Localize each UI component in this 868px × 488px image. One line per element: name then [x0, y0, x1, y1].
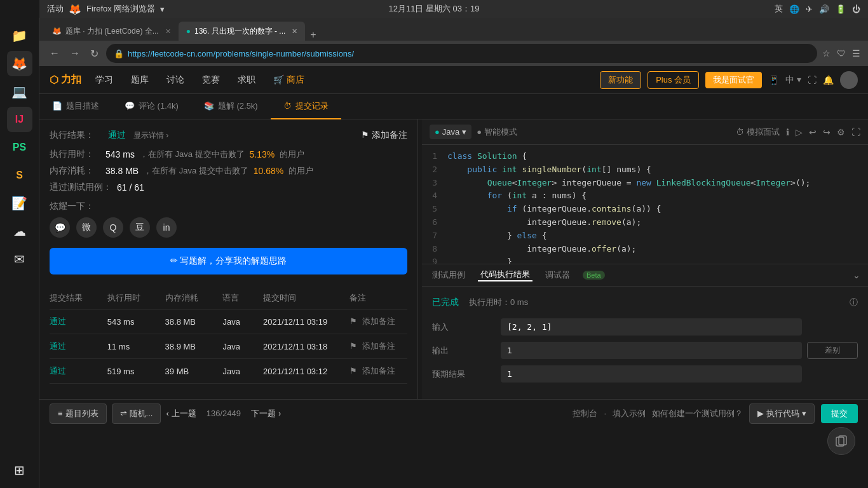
submit-button[interactable]: 提交 [821, 404, 858, 423]
undo-icon[interactable]: ↩ [809, 127, 817, 137]
new-feature-button[interactable]: 新功能 [600, 71, 641, 89]
run-icon[interactable]: ▷ [796, 127, 803, 137]
activities-label[interactable]: 活动 [47, 3, 64, 15]
random-label: 随机... [130, 408, 153, 419]
line-content-4: for (int a : nums) { [447, 189, 587, 203]
bookmark-icon[interactable]: ☆ [822, 48, 831, 58]
baidu-icon[interactable]: ☁ [7, 219, 32, 244]
debugger-tab[interactable]: 调试器 [543, 269, 573, 281]
expand-icon[interactable]: ⛶ [851, 127, 860, 137]
tab2-close-icon[interactable]: ✕ [292, 27, 297, 36]
language-select[interactable]: 中 ▾ [785, 74, 801, 86]
row1-result[interactable]: 通过 [50, 316, 107, 327]
qq-share-icon[interactable]: Q [103, 217, 123, 238]
expand-panel-icon[interactable]: ⌄ [853, 270, 860, 280]
smart-mode-toggle[interactable]: ● 智能模式 [477, 126, 517, 138]
test-cases-tab[interactable]: 测试用例 [430, 269, 468, 281]
refresh-button[interactable]: ↻ [88, 45, 101, 62]
line-num-3: 3 [422, 177, 447, 190]
nav-store[interactable]: 🛒 商店 [269, 74, 308, 86]
show-detail-link[interactable]: 显示详情 › [133, 130, 168, 141]
tab-description[interactable]: 📄 题目描述 [39, 94, 112, 119]
tab-single-number[interactable]: ● 136. 只出现一次的数字 - ... ✕ [179, 22, 306, 41]
row3-note[interactable]: ⚑ 添加备注 [349, 365, 407, 377]
editor-icon[interactable]: 📝 [7, 191, 32, 216]
nav-jobs[interactable]: 求职 [234, 74, 259, 86]
tab-solutions[interactable]: 📚 题解 (2.5k) [191, 94, 271, 119]
test-label: 通过测试用例： [50, 182, 112, 193]
bottom-navigation: ≡ 题目列表 ⇌ 随机... ‹ 上一题 136/2449 下一题 › 控制台 … [39, 399, 868, 427]
url-box[interactable]: 🔒 https://leetcode-cn.com/problems/singl… [106, 44, 817, 63]
how-to-link[interactable]: 如何创建一个测试用例？ [652, 408, 743, 419]
info-icon[interactable]: ℹ [786, 127, 789, 137]
linkedin-share-icon[interactable]: in [156, 217, 177, 238]
douban-share-icon[interactable]: 豆 [130, 217, 150, 238]
battery-icon: 🔋 [836, 4, 846, 14]
row2-result[interactable]: 通过 [50, 341, 107, 352]
pycharm-icon[interactable]: PS [7, 135, 32, 160]
write-solution-button[interactable]: ✏ 写题解，分享我的解题思路 [50, 248, 407, 274]
left-panel: 执行结果： 通过 显示详情 › ⚑ 添加备注 执行用时： 543 ms ，在所有… [39, 119, 418, 399]
code-line-9: 9 } [422, 255, 868, 264]
sublime-icon[interactable]: S [7, 163, 32, 188]
mem-label: 内存消耗： [50, 165, 100, 177]
row1-note[interactable]: ⚑ 添加备注 [349, 316, 407, 327]
nav-discuss[interactable]: 讨论 [163, 74, 188, 86]
time-pct: 5.13% [250, 149, 275, 159]
files-icon[interactable]: 📁 [7, 23, 32, 48]
mail-icon[interactable]: ✉ [7, 247, 32, 272]
forward-button[interactable]: → [67, 45, 83, 62]
fill-example-btn[interactable]: 填入示例 [613, 408, 646, 419]
tab1-close-icon[interactable]: ✕ [165, 27, 171, 36]
settings-icon[interactable]: ⚙ [837, 127, 845, 137]
result-value: 通过 [108, 130, 126, 141]
browser-name: Firefox 网络浏览器 [86, 3, 155, 15]
add-note-link[interactable]: ⚑ 添加备注 [361, 130, 407, 141]
weibo-share-icon[interactable]: 微 [76, 217, 97, 238]
wechat-share-icon[interactable]: 💬 [50, 217, 70, 238]
notification-icon[interactable]: 🔔 [823, 75, 834, 85]
tab-submissions[interactable]: ⏱ 提交记录 [271, 94, 341, 119]
prev-button[interactable]: ‹ 上一题 [166, 408, 196, 419]
line-content-1: class Solution { [447, 150, 527, 163]
mock-interview-btn[interactable]: ⏱ 模拟面试 [736, 126, 780, 138]
fullscreen-icon[interactable]: ⛶ [808, 75, 817, 85]
dropdown-icon[interactable]: ▾ [160, 4, 165, 14]
nav-learn[interactable]: 学习 [92, 74, 117, 86]
back-button[interactable]: ← [47, 45, 62, 62]
problem-count: 136/2449 [201, 409, 246, 418]
mobile-icon[interactable]: 📱 [768, 75, 779, 85]
problem-list-button[interactable]: ≡ 题目列表 [50, 403, 107, 424]
leetcode-navbar: ⬡ 力扣 学习 题库 讨论 竞赛 求职 🛒 商店 新功能 Plus 会员 我是面… [39, 66, 868, 94]
tab-leetcode-main[interactable]: 🦊 题库 · 力扣 (LeetCode) 全... ✕ [44, 22, 179, 41]
intellij-icon[interactable]: IJ [7, 107, 32, 132]
language-selector[interactable]: ● Java ▾ [430, 125, 471, 139]
row3-result[interactable]: 通过 [50, 365, 107, 377]
nav-problems[interactable]: 题库 [127, 74, 153, 86]
menu-icon[interactable]: ☰ [852, 48, 860, 58]
code-editor[interactable]: 1 class Solution { 2 public int singleNu… [422, 145, 868, 264]
nav-contest[interactable]: 竞赛 [198, 74, 224, 86]
diff-button[interactable]: 差别 [807, 342, 858, 359]
row2-note[interactable]: ⚑ 添加备注 [349, 341, 407, 352]
leetcode-logo[interactable]: ⬡ 力扣 [50, 73, 81, 86]
terminal-icon[interactable]: 💻 [7, 79, 32, 104]
interview-button[interactable]: 我是面试官 [705, 72, 762, 88]
plus-button[interactable]: Plus 会员 [648, 71, 699, 89]
tab-comments[interactable]: 💬 评论 (1.4k) [112, 94, 191, 119]
new-tab-button[interactable]: + [305, 29, 321, 41]
user-avatar[interactable] [840, 71, 858, 89]
time-stat-row: 执行用时： 543 ms ，在所有 Java 提交中击败了 5.13% 的用户 [50, 149, 407, 160]
browser-icon[interactable]: 🦊 [7, 51, 32, 76]
result-panel: 已完成 执行用时：0 ms ⓘ 输入 [2, 2, 1] 输出 1 差别 [422, 287, 868, 399]
result-info-icon[interactable]: ⓘ [850, 297, 858, 308]
random-button[interactable]: ⇌ 随机... [112, 403, 161, 424]
shield-icon[interactable]: 🛡 [837, 48, 846, 58]
exec-result-tab[interactable]: 代码执行结果 [478, 269, 532, 281]
row2-time: 11 ms [107, 342, 165, 351]
execute-code-button[interactable]: ▶ 执行代码 ▾ [749, 403, 815, 424]
row3-lang: Java [222, 367, 263, 376]
next-button[interactable]: 下一题 › [251, 408, 281, 419]
line-num-5: 5 [422, 203, 447, 216]
redo-icon[interactable]: ↪ [823, 127, 831, 137]
